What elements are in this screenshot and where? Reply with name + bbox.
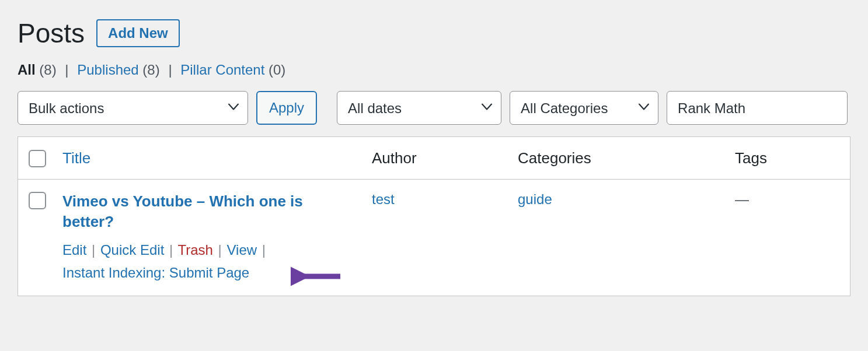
row-checkbox[interactable] <box>29 192 46 209</box>
filter-published-count: (8) <box>142 62 159 78</box>
row-actions: Edit | Quick Edit | Trash | View | Insta… <box>62 239 353 284</box>
separator: | <box>218 242 222 258</box>
filter-published[interactable]: Published (8) <box>77 62 163 78</box>
date-filter-select[interactable]: All dates <box>337 91 501 125</box>
posts-table: Title Author Categories Tags Vimeo vs Yo… <box>18 136 850 296</box>
status-filter-links: All (8) | Published (8) | Pillar Content… <box>18 62 850 78</box>
post-title-link[interactable]: Vimeo vs Youtube – Which one is better? <box>62 191 353 232</box>
filter-pillar-label: Pillar Content <box>180 62 264 78</box>
separator: | <box>65 62 68 78</box>
select-all-checkbox[interactable] <box>29 150 46 167</box>
column-header-author: Author <box>362 137 508 180</box>
filter-all-label: All <box>18 62 36 78</box>
tags-empty: — <box>735 191 749 207</box>
separator: | <box>262 242 266 258</box>
rank-math-filter-select[interactable]: Rank Math <box>667 91 848 125</box>
filter-pillar-content[interactable]: Pillar Content (0) <box>180 62 285 78</box>
table-nav: Bulk actions Apply All dates All Categor… <box>18 91 850 125</box>
filter-all-count: (8) <box>39 62 56 78</box>
author-link[interactable]: test <box>372 191 395 207</box>
view-link[interactable]: View <box>227 242 257 258</box>
separator: | <box>169 242 173 258</box>
filter-published-label: Published <box>77 62 138 78</box>
category-link[interactable]: guide <box>518 191 552 207</box>
filter-pillar-count: (0) <box>269 62 285 78</box>
instant-indexing-link[interactable]: Instant Indexing: Submit Page <box>62 265 249 280</box>
quick-edit-link[interactable]: Quick Edit <box>100 242 164 258</box>
page-title: Posts <box>18 17 85 49</box>
trash-link[interactable]: Trash <box>177 242 212 258</box>
column-header-title[interactable]: Title <box>53 137 362 180</box>
filter-all[interactable]: All (8) <box>18 62 60 78</box>
apply-button[interactable]: Apply <box>256 91 317 125</box>
separator: | <box>92 242 95 258</box>
separator: | <box>168 62 172 78</box>
edit-link[interactable]: Edit <box>62 242 86 258</box>
table-row: Vimeo vs Youtube – Which one is better? … <box>18 180 850 296</box>
bulk-actions-select[interactable]: Bulk actions <box>18 91 248 125</box>
column-header-categories: Categories <box>508 137 726 180</box>
add-new-button[interactable]: Add New <box>96 19 180 47</box>
column-header-tags: Tags <box>726 137 850 180</box>
category-filter-select[interactable]: All Categories <box>510 91 658 125</box>
